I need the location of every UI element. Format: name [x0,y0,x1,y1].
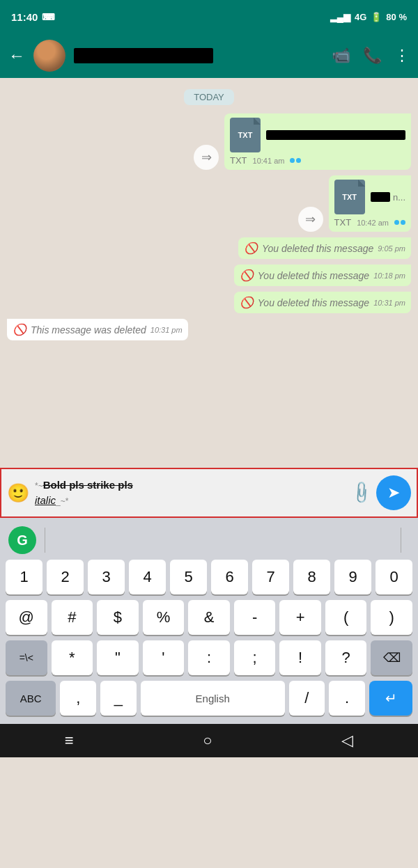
file-type-1: TXT [230,155,247,166]
bubble-5: 🚫 You deleted this message 10:31 pm [234,292,411,313]
deleted-text-6: This message was deleted [31,324,146,336]
dot-2b [401,220,405,225]
deleted-icon-4: 🚫 [240,269,254,282]
key-ampersand[interactable]: & [188,600,230,635]
kbd-divider-2 [401,528,401,553]
avatar-image [33,40,65,72]
battery-level: 80 % [386,12,407,22]
key-semicolon[interactable]: ; [234,640,276,675]
deleted-text-3: You deleted this message [262,243,373,254]
contact-name-redacted [74,48,213,63]
kbd-divider-1 [45,528,45,553]
key-4[interactable]: 4 [129,560,166,594]
nav-home-button[interactable]: ○ [203,732,212,750]
status-time: 11:40 [11,11,38,23]
emoji-button[interactable]: 🙂 [7,482,29,504]
read-status-2 [394,220,405,225]
signal-icon: ▂▄▆ [330,12,350,22]
file-icon-1: TXT [230,118,261,152]
key-delete[interactable]: ⌫ [371,640,412,675]
msg-time-4: 10:18 pm [373,271,405,280]
key-2[interactable]: 2 [47,560,84,594]
key-exclaim[interactable]: ! [279,640,321,675]
tilde-2: ~ [61,496,65,506]
underscore-1: _ [56,496,61,506]
status-left: 11:40 ⌨ [11,11,55,23]
battery-icon: 🔋 [371,12,382,22]
asterisk-2: * [65,496,69,506]
key-quote[interactable]: " [97,640,139,675]
key-hash[interactable]: # [52,600,93,635]
header-bar: ← 📹 📞 ⋮ [0,33,418,78]
deleted-msg-5: 🚫 You deleted this message 10:31 pm [240,296,405,309]
forward-icon-2[interactable]: ⇒ [298,207,323,232]
key-6[interactable]: 6 [211,560,248,594]
grammarly-row: G [3,523,415,560]
phone-call-button[interactable]: 📞 [363,47,382,65]
key-1[interactable]: 1 [6,560,42,594]
date-badge: TODAY [184,89,234,105]
send-button[interactable]: ➤ [376,475,411,510]
key-dollar[interactable]: $ [97,600,139,635]
keyboard-area: G 1 2 3 4 5 6 7 8 9 0 @ # $ % & - + ( ) … [0,518,418,724]
key-space[interactable]: English [141,681,285,716]
msg-time-5: 10:31 pm [373,299,405,307]
key-at[interactable]: @ [6,600,47,635]
more-options-button[interactable]: ⋮ [394,47,410,65]
chat-area: TODAY ⇒ TXT TXT 10:41 am ⇒ TXT [0,78,418,468]
deleted-msg-4: 🚫 You deleted this message 10:18 pm [240,269,405,282]
msg-time-2: 10:42 am [357,219,389,227]
key-comma[interactable]: , [60,681,96,716]
key-underscore[interactable]: _ [100,681,137,716]
key-plus[interactable]: + [279,600,321,635]
nav-back-button[interactable]: ◁ [341,732,353,750]
key-3[interactable]: 3 [88,560,125,594]
attach-button[interactable]: 📎 [348,480,374,505]
input-area: 🙂 *~Bold pls strike pls italic_~* 📎 ➤ [0,468,418,518]
key-colon[interactable]: : [188,640,230,675]
key-open-paren[interactable]: ( [325,600,367,635]
message-row-4: 🚫 You deleted this message 10:18 pm [7,265,411,286]
deleted-msg-6: 🚫 This message was deleted 10:31 pm [13,323,183,336]
key-5[interactable]: 5 [170,560,207,594]
bottom-nav: ≡ ○ ◁ [0,724,418,757]
status-keyboard-icon: ⌨ [42,12,55,22]
key-percent[interactable]: % [143,600,185,635]
video-call-button[interactable]: 📹 [332,47,350,65]
key-question[interactable]: ? [325,640,367,675]
key-0[interactable]: 0 [376,560,412,594]
contact-info [74,48,323,63]
status-bar: 11:40 ⌨ ▂▄▆ 4G 🔋 80 % [0,0,418,33]
dot-1b [296,158,301,163]
bottom-row: ABC , _ English / . ↵ [3,681,415,716]
key-minus[interactable]: - [234,600,276,635]
avatar[interactable] [33,40,65,72]
deleted-msg-3: 🚫 You deleted this message 9:05 pm [244,242,405,255]
key-close-paren[interactable]: ) [371,600,412,635]
key-enter[interactable]: ↵ [369,681,412,716]
nav-menu-button[interactable]: ≡ [65,732,74,750]
file-icon-2: TXT [334,180,365,214]
status-right: ▂▄▆ 4G 🔋 80 % [330,12,407,22]
header-actions: 📹 📞 ⋮ [332,47,410,65]
input-text-content: *~Bold pls strike pls italic_~* [35,479,133,506]
key-8[interactable]: 8 [293,560,330,594]
symbol-row-2: =\< * " ' : ; ! ? ⌫ [3,640,415,675]
grammarly-icon[interactable]: G [8,526,36,554]
key-slash[interactable]: / [289,681,325,716]
deleted-icon-6: 🚫 [13,323,26,336]
forward-icon-1[interactable]: ⇒ [194,145,219,170]
message-row-6: 🚫 This message was deleted 10:31 pm [7,319,411,340]
key-7[interactable]: 7 [252,560,289,594]
msg-time-3: 9:05 pm [378,244,405,253]
key-asterisk[interactable]: * [52,640,93,675]
key-apostrophe[interactable]: ' [143,640,185,675]
key-abc[interactable]: ABC [6,681,56,716]
key-period[interactable]: . [329,681,365,716]
key-9[interactable]: 9 [334,560,371,594]
file-meta-1: TXT 10:41 am [230,155,405,166]
file-row-1: TXT [230,118,405,152]
back-button[interactable]: ← [8,46,25,65]
key-equal-slash[interactable]: =\< [6,640,47,675]
message-input[interactable]: *~Bold pls strike pls italic_~* [35,478,346,509]
